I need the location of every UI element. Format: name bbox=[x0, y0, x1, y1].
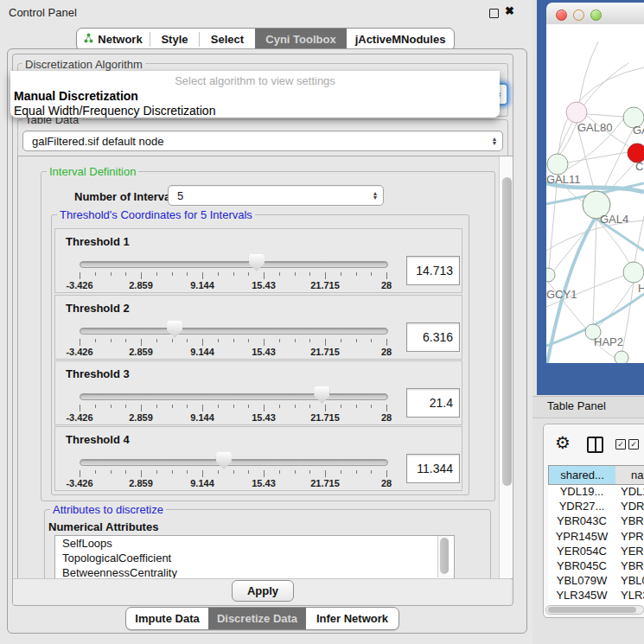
tick-label: 15.43 bbox=[252, 478, 276, 488]
scrollbar-thumb[interactable] bbox=[548, 607, 636, 613]
tick-label: 21.715 bbox=[310, 280, 340, 290]
threshold-value-field[interactable]: 11.344 bbox=[406, 454, 460, 483]
tab-discretize-data[interactable]: Discretize Data bbox=[208, 608, 306, 629]
attribute-list-item[interactable]: SelfLoops bbox=[55, 536, 454, 551]
tick-label: 2.859 bbox=[129, 280, 153, 290]
tick-mark bbox=[356, 272, 357, 276]
tick-mark bbox=[371, 405, 372, 408]
cell-shared-name: YDR27... bbox=[548, 500, 615, 514]
network-edge[interactable] bbox=[587, 114, 623, 117]
tick-mark bbox=[95, 470, 96, 474]
slider-thumb[interactable] bbox=[216, 452, 232, 469]
tick-label: -3.426 bbox=[66, 412, 92, 423]
tab-network[interactable]: Network bbox=[77, 29, 150, 50]
cell-name: YER0 bbox=[615, 545, 644, 559]
table-row[interactable]: YBL079WYBL0 bbox=[548, 574, 644, 589]
discretization-algorithm-label: Discretization Algorithm bbox=[22, 58, 145, 71]
tick-mark bbox=[80, 405, 80, 411]
tab-cyni-toolbox[interactable]: Cyni Toolbox bbox=[255, 29, 347, 50]
tab-label: Discretize Data bbox=[217, 612, 297, 625]
tick-mark bbox=[325, 272, 326, 279]
tick-mark bbox=[80, 470, 80, 477]
node-GCY1[interactable] bbox=[546, 268, 555, 282]
table-row[interactable]: YPR145WYPR1 bbox=[548, 530, 644, 545]
tick-mark bbox=[172, 339, 173, 342]
tick-mark bbox=[202, 339, 203, 346]
network-edge[interactable] bbox=[593, 219, 596, 324]
column-header-name[interactable]: name bbox=[615, 465, 644, 485]
tick-mark bbox=[248, 405, 249, 408]
cell-shared-name: YER054C bbox=[548, 545, 615, 559]
column-header-shared-name[interactable]: shared... bbox=[548, 465, 616, 485]
node-GAL11[interactable] bbox=[547, 154, 568, 175]
network-edge[interactable] bbox=[549, 175, 558, 268]
table-data-combobox[interactable]: galFiltered.sif default node ▲▼ bbox=[22, 131, 503, 151]
network-canvas[interactable]: GAL80GACGAL11GAL4GCY1HHAP2 bbox=[546, 24, 644, 363]
tab-jactivemnodules[interactable]: jActiveMNodules bbox=[347, 29, 454, 50]
apply-button[interactable]: Apply bbox=[232, 580, 294, 602]
network-edge[interactable] bbox=[559, 123, 577, 155]
tab-infer-network[interactable]: Infer Network bbox=[306, 608, 399, 629]
tick-mark bbox=[371, 272, 372, 276]
tab-select[interactable]: Select bbox=[200, 29, 255, 50]
tick-mark bbox=[309, 405, 310, 408]
network-edge[interactable] bbox=[602, 128, 634, 194]
cell-name: YBL0 bbox=[615, 574, 644, 589]
tick-mark bbox=[386, 470, 387, 477]
settings-vertical-scrollbar[interactable] bbox=[499, 156, 513, 578]
attribute-list-item[interactable]: BetweennessCentrality bbox=[55, 565, 454, 579]
slider-thumb[interactable] bbox=[314, 386, 329, 404]
popup-item-equal-width-frequency-discretization[interactable]: Equal Width/Frequency Discretization bbox=[14, 104, 215, 118]
slider-track[interactable] bbox=[80, 459, 388, 466]
tick-mark bbox=[95, 272, 96, 276]
checkbox-icon[interactable]: ✓ bbox=[615, 439, 626, 450]
tick-label: 28 bbox=[381, 280, 392, 290]
tab-style[interactable]: Style bbox=[150, 29, 199, 50]
threshold-value-field[interactable]: 14.713 bbox=[406, 256, 460, 285]
threshold-label: Threshold 2 bbox=[66, 302, 130, 315]
gear-icon[interactable]: ⚙ bbox=[555, 432, 571, 453]
minimize-traffic-light[interactable] bbox=[573, 10, 584, 21]
threshold-value-field[interactable]: 6.316 bbox=[406, 322, 460, 352]
attribute-list-item[interactable]: TopologicalCoefficient bbox=[55, 551, 454, 565]
slider-track[interactable] bbox=[80, 261, 388, 268]
slider-track[interactable] bbox=[80, 328, 388, 335]
node[interactable] bbox=[623, 262, 644, 283]
tick-mark bbox=[264, 272, 265, 279]
number-of-intervals-combobox[interactable]: 5 ▲▼ bbox=[168, 185, 384, 206]
zoom-traffic-light[interactable] bbox=[590, 10, 602, 21]
tab-impute-data[interactable]: Impute Data bbox=[126, 608, 208, 629]
threshold-label: Threshold 1 bbox=[66, 235, 130, 248]
threshold-value-field[interactable]: 21.4 bbox=[406, 388, 460, 418]
checkbox-icon[interactable]: ✓ bbox=[628, 439, 639, 450]
node-label-GAL4: GAL4 bbox=[600, 213, 628, 226]
slider-thumb[interactable] bbox=[249, 254, 265, 271]
popup-item-manual-discretization[interactable]: Manual Discretization bbox=[14, 89, 138, 103]
network-edge[interactable] bbox=[622, 283, 634, 351]
table-row[interactable]: YLR345WYLR3 bbox=[548, 589, 644, 603]
table-row[interactable]: YER054CYER0 bbox=[548, 545, 644, 559]
scrollbar-thumb[interactable] bbox=[502, 177, 512, 486]
threshold-box-2: Threshold 2-3.4262.8599.14415.4321.71528… bbox=[54, 295, 462, 360]
slider-thumb[interactable] bbox=[167, 321, 182, 338]
table-row[interactable]: YDR27...YDR2 bbox=[548, 500, 644, 514]
node[interactable] bbox=[566, 102, 587, 123]
tab-label: jActiveMNodules bbox=[355, 33, 446, 46]
network-edge[interactable] bbox=[634, 216, 644, 263]
tick-mark bbox=[218, 339, 219, 342]
tick-mark bbox=[233, 405, 234, 408]
node[interactable] bbox=[615, 351, 628, 363]
attributes-list-scrollbar[interactable] bbox=[437, 536, 450, 577]
float-window-icon[interactable] bbox=[489, 9, 499, 18]
close-icon[interactable]: ✖ bbox=[505, 4, 514, 17]
table-row[interactable]: YBR045CYBR0 bbox=[548, 559, 644, 574]
slider-track[interactable] bbox=[80, 393, 388, 400]
node-label-GAL11: GAL11 bbox=[546, 173, 581, 186]
tick-mark bbox=[264, 405, 265, 411]
popup-placeholder-item[interactable]: Select algorithm to view settings bbox=[10, 74, 500, 87]
split-columns-icon[interactable] bbox=[587, 437, 603, 453]
table-row[interactable]: YBR043CYBR0 bbox=[548, 514, 644, 529]
table-row[interactable]: YDL19...YDL1 bbox=[548, 485, 644, 500]
close-traffic-light[interactable] bbox=[556, 10, 567, 21]
tick-label: 15.43 bbox=[252, 280, 276, 290]
